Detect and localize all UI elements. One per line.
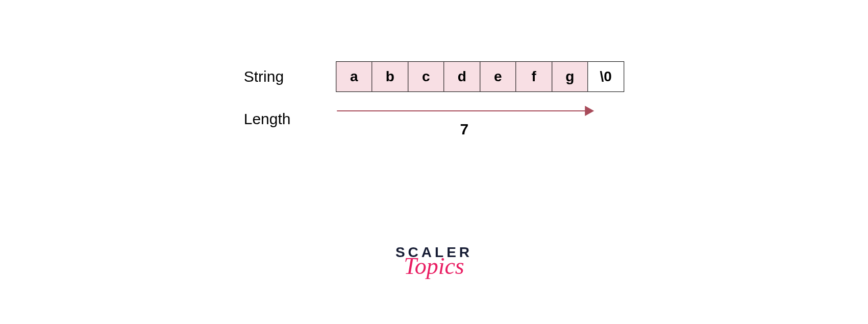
cell-4: e [480, 61, 516, 92]
cell-2: c [408, 61, 444, 92]
diagram-content: String a b c d e f g \0 Length 7 [244, 61, 625, 146]
string-label: String [244, 68, 336, 85]
length-arrow: 7 [336, 106, 593, 132]
length-label: Length [244, 110, 336, 128]
length-row: Length 7 [244, 106, 625, 132]
arrow-line [337, 110, 587, 111]
cell-1: b [371, 61, 408, 92]
string-row: String a b c d e f g \0 [244, 61, 625, 92]
scaler-topics-logo: SCALER Topics [395, 244, 473, 278]
logo-topics-text: Topics [395, 254, 473, 278]
cell-5: f [515, 61, 552, 92]
cell-7-null: \0 [587, 61, 624, 92]
cell-6: g [552, 61, 588, 92]
arrow-head-icon [585, 106, 594, 116]
cell-3: d [443, 61, 480, 92]
length-value: 7 [460, 121, 468, 138]
string-cells: a b c d e f g \0 [336, 61, 625, 92]
cell-0: a [336, 61, 373, 92]
